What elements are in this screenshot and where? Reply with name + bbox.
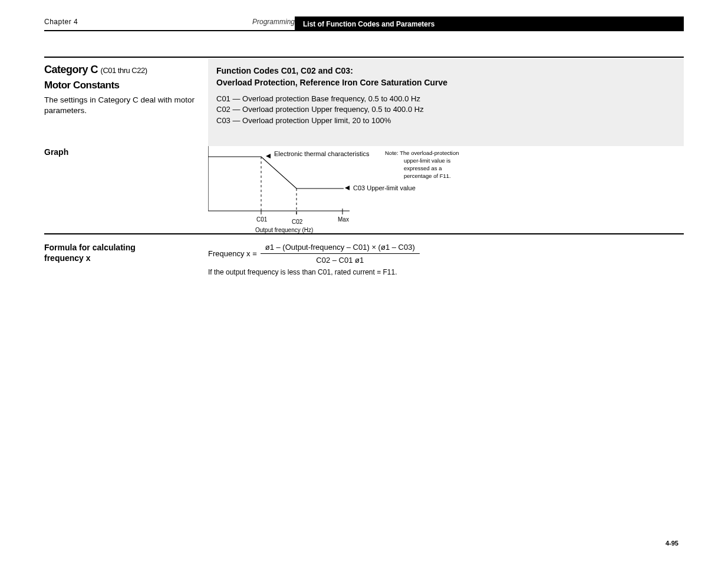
svg-marker-8 <box>345 186 350 190</box>
chapter-label: Chapter 4 <box>44 18 78 26</box>
chart-note-3: expressed as a <box>404 165 442 171</box>
page-number: 4-95 <box>666 540 678 547</box>
legend-top: Electronic thermal characteristics <box>274 150 370 157</box>
formula-row: Formula for calculating frequency x Freq… <box>44 233 684 276</box>
category-label: Motor Constants <box>44 80 208 91</box>
chart-note-2: upper-limit value is <box>404 157 450 164</box>
section-header: List of Function Codes and Parameters <box>295 16 684 31</box>
formula-num-a: ø1 – (Output-frequency – C01) <box>265 243 370 252</box>
formula-note: If the output frequency is less than C01… <box>208 268 684 276</box>
x-axis-label: Output frequency (Hz) <box>255 227 313 233</box>
svg-marker-7 <box>266 154 271 158</box>
chart-note-4: percentage of F11. <box>404 173 451 179</box>
x-tick-c01: C01 <box>256 216 268 223</box>
formula-lhs: Frequency x = <box>208 249 257 258</box>
category-code: Category C <box>44 64 98 75</box>
chart: Electronic thermal characteristics C03 U… <box>208 146 538 237</box>
graph-label: Graph <box>44 147 68 157</box>
formula-den: C02 – C01 ø1 <box>261 254 420 265</box>
code-item-c03: C03 — Overload protection Upper limit, 2… <box>216 115 676 127</box>
formula-num-b: × (ø1 – C03) <box>371 243 414 252</box>
category-desc: The settings in Category C deal with mot… <box>44 95 208 116</box>
codes-box: Function Codes C01, C02 and C03: Overloa… <box>208 59 684 146</box>
legend-mid: C03 Upper-limit value <box>353 184 416 191</box>
codes-intro: Function Codes C01, C02 and C03: Overloa… <box>216 65 676 89</box>
category-block: Category C (C01 thru C22) Motor Constant… <box>44 57 684 116</box>
formula-label: Formula for calculating frequency x <box>44 243 136 263</box>
x-tick-max: Max <box>338 216 349 223</box>
code-item-c02: C02 — Overload protection Upper frequenc… <box>216 104 676 115</box>
page-title: Programming <box>252 18 295 26</box>
chart-note-1: Note: The overload-protection <box>385 150 459 156</box>
category-groups: (C01 thru C22) <box>101 66 147 75</box>
x-tick-c02: C02 <box>292 219 303 225</box>
code-item-c01: C01 — Overload protection Base frequency… <box>216 94 676 105</box>
